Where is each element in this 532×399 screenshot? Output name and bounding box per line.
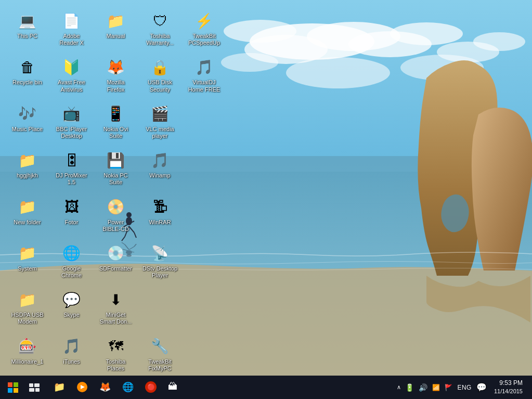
- manual-label: Manual: [106, 33, 125, 40]
- taskbar-chrome[interactable]: 🌐: [117, 377, 139, 398]
- tray-network-icon[interactable]: 📶: [431, 383, 442, 392]
- dstv-label: DStv Desktop Player: [142, 265, 178, 279]
- desktop-icon-google-chrome[interactable]: 🌐Google Chrome: [52, 240, 91, 281]
- tray-language-label[interactable]: ENG: [456, 383, 473, 392]
- desktop-icons: 💻This PC📄Adobe Reader X📁Manual🛡Toshiba W…: [5, 5, 229, 377]
- desktop-icon-sdformatter[interactable]: 💿SDFormatter: [96, 240, 135, 281]
- miniget-icon: ⬇: [106, 289, 126, 310]
- taskbar-app13[interactable]: 🔴: [140, 377, 162, 398]
- sdformatter-icon: 💿: [106, 243, 126, 264]
- desktop-icon-dj-promixer[interactable]: 🎛DJ ProMixer 1.5: [52, 147, 91, 188]
- desktop-icon-nokia-pc-suite[interactable]: 💾Nokia PC Suite: [96, 147, 135, 188]
- nokia-ovi-icon: 📱: [106, 104, 126, 124]
- power-bible-label: Power BIBLE-CD: [98, 219, 134, 233]
- usb-disk-security-label: USB Disk Security: [142, 79, 178, 93]
- desktop-icon-itunes[interactable]: 🎵iTunes: [52, 333, 91, 375]
- desktop-icon-miniget[interactable]: ⬇MiniGet Smart Don...: [96, 287, 135, 328]
- skype-icon: 💬: [61, 289, 82, 310]
- desktop-icon-manual[interactable]: 📁Manual: [96, 8, 135, 49]
- hsdpa-modem-icon: 📁: [17, 289, 38, 310]
- firefox-icon: 🦊: [106, 57, 126, 78]
- avast-icon: 🔰: [61, 57, 82, 78]
- desktop-icon-winamp[interactable]: 🎵Winamp: [140, 147, 179, 188]
- desktop-icon-tweakbit-pcspeedup[interactable]: ⚡TweakBit PCSpeedUp: [185, 8, 224, 49]
- tray-battery-icon: 🔋: [404, 382, 416, 393]
- millionaire-icon: 🎰: [17, 336, 38, 357]
- desktop-icon-virtualdj[interactable]: 🎵VirtualDJ Home FREE: [185, 54, 224, 95]
- system-label: System: [18, 265, 37, 272]
- desktop-icon-adobe-reader[interactable]: 📄Adobe Reader X: [52, 8, 91, 49]
- desktop-icon-hggjhjkh[interactable]: 📁hggjhjkh: [8, 147, 47, 188]
- desktop-icon-toshiba-places[interactable]: 🗺Toshiba Places: [96, 333, 135, 375]
- taskbar-shield-app[interactable]: 🏔: [163, 377, 183, 398]
- system-icon: 📁: [17, 243, 38, 264]
- tray-overflow-button[interactable]: ∧: [396, 383, 402, 392]
- desktop-icon-power-bible[interactable]: 📀Power BIBLE-CD: [96, 194, 135, 235]
- desktop-icon-new-folder[interactable]: 📁New folder: [8, 194, 47, 235]
- desktop-icon-recycle-bin[interactable]: 🗑Recycle bin: [8, 54, 47, 95]
- svg-point-4: [390, 22, 463, 45]
- desktop-icon-system[interactable]: 📁System: [8, 240, 47, 281]
- tray-flag-icon: 🚩: [443, 383, 454, 392]
- virtualdj-icon: 🎵: [194, 57, 215, 78]
- svg-rect-37: [35, 388, 40, 392]
- desktop-icon-millionaire[interactable]: 🎰Millionaire_1: [8, 333, 47, 375]
- clock[interactable]: 9:53 PM 11/14/2015: [490, 378, 527, 396]
- svg-point-6: [437, 42, 499, 62]
- tray-volume-icon[interactable]: 🔊: [417, 382, 429, 393]
- task-view-button[interactable]: [24, 377, 45, 398]
- desktop-icon-avast[interactable]: 🔰Avast Free Antivirus: [52, 54, 91, 95]
- music-place-icon: 🎶: [17, 104, 38, 124]
- desktop-icon-tweakbit-fixmypc[interactable]: 🔧TweakBit FixMyPC: [140, 333, 179, 375]
- taskbar-media-player[interactable]: [71, 377, 93, 398]
- new-folder-label: New folder: [14, 219, 41, 226]
- bbc-iplayer-icon: 📺: [61, 104, 82, 124]
- virtualdj-label: VirtualDJ Home FREE: [186, 79, 222, 93]
- bbc-iplayer-label: BBC iPlayer Desktop: [54, 126, 89, 139]
- toshiba-warranty-label: Toshiba Warranty...: [142, 33, 178, 46]
- taskbar-apps: 📁 🦊 🌐 🔴 🏔: [48, 377, 393, 398]
- toshiba-places-icon: 🗺: [106, 336, 126, 357]
- vlc-icon: 🎬: [150, 104, 171, 124]
- start-button[interactable]: [3, 377, 23, 398]
- tweakbit-pcspeedup-label: TweakBit PCSpeedUp: [186, 33, 222, 46]
- svg-rect-30: [8, 382, 12, 387]
- tweakbit-fixmypc-icon: 🔧: [150, 336, 171, 357]
- desktop-icon-fotor[interactable]: 🖼Fotor: [52, 194, 91, 235]
- desktop-icon-firefox[interactable]: 🦊Mozilla Firefox: [96, 54, 135, 95]
- google-chrome-label: Google Chrome: [54, 265, 89, 279]
- nokia-pc-suite-label: Nokia PC Suite: [98, 172, 134, 186]
- fotor-label: Fotor: [65, 219, 79, 226]
- firefox-label: Mozilla Firefox: [98, 79, 134, 93]
- desktop-icon-music-place[interactable]: 🎶Music Place: [8, 101, 47, 142]
- desktop-icon-skype[interactable]: 💬Skype: [52, 287, 91, 328]
- itunes-label: iTunes: [63, 358, 80, 365]
- desktop-icon-toshiba-warranty[interactable]: 🛡Toshiba Warranty...: [140, 8, 179, 49]
- desktop-icon-nokia-ovi[interactable]: 📱Nokia Ovi Suite: [96, 101, 135, 142]
- tweakbit-pcspeedup-icon: ⚡: [194, 10, 215, 31]
- recycle-bin-icon: 🗑: [17, 57, 38, 78]
- power-bible-icon: 📀: [106, 197, 126, 217]
- nokia-pc-suite-icon: 💾: [106, 150, 126, 171]
- desktop-icon-bbc-iplayer[interactable]: 📺BBC iPlayer Desktop: [52, 101, 91, 142]
- svg-rect-35: [34, 383, 40, 387]
- dstv-icon: 📡: [150, 243, 171, 264]
- taskbar-file-explorer[interactable]: 📁: [48, 377, 70, 398]
- clock-time: 9:53 PM: [494, 379, 523, 388]
- winamp-icon: 🎵: [150, 150, 171, 171]
- taskbar-firefox[interactable]: 🦊: [94, 377, 116, 398]
- svg-point-8: [400, 55, 484, 81]
- desktop-icon-this-pc[interactable]: 💻This PC: [8, 8, 47, 49]
- dj-promixer-label: DJ ProMixer 1.5: [54, 172, 89, 186]
- desktop-icon-hsdpa-modem[interactable]: 📁HSDPA USB Modem: [8, 287, 47, 328]
- tray-message-icon[interactable]: 💬: [475, 381, 488, 393]
- svg-point-7: [286, 57, 390, 88]
- google-chrome-icon: 🌐: [61, 243, 82, 264]
- winrar-icon: 🗜: [150, 197, 171, 217]
- desktop-icon-usb-disk-security[interactable]: 🔒USB Disk Security: [140, 54, 179, 95]
- svg-point-2: [307, 22, 400, 51]
- desktop-icon-vlc[interactable]: 🎬VLC media player: [140, 101, 179, 142]
- toshiba-places-label: Toshiba Places: [98, 358, 134, 372]
- desktop-icon-dstv[interactable]: 📡DStv Desktop Player: [140, 240, 179, 281]
- desktop-icon-winrar[interactable]: 🗜WinRAR: [140, 194, 179, 235]
